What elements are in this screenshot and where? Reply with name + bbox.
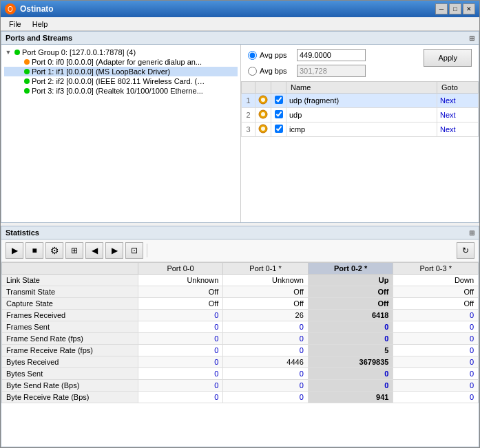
avg-bps-input[interactable]: [297, 65, 366, 77]
stat-value: 0: [138, 392, 223, 403]
stream-checkbox[interactable]: [275, 125, 283, 133]
stream-gear-icon: [255, 94, 271, 108]
stream-num: 1: [242, 94, 255, 108]
stat-col-port02[interactable]: Port 0-2 *: [308, 263, 393, 275]
ports-tree: ▼ Port Group 0: [127.0.0.1:7878] (4) Por…: [1, 45, 241, 222]
maximize-button[interactable]: □: [449, 3, 461, 14]
stat-col-port03[interactable]: Port 0-3 *: [393, 263, 479, 275]
stat-value: Off: [223, 298, 309, 310]
stat-value: Unknown: [223, 275, 309, 286]
stat-value: 0: [138, 333, 223, 345]
stat-value: 0: [393, 333, 479, 345]
prev-port-button[interactable]: ◀: [85, 242, 103, 259]
stat-label: Bytes Sent: [2, 368, 138, 380]
stat-label: Transmit State: [2, 286, 138, 298]
stop-button[interactable]: ■: [25, 242, 43, 259]
stream-goto[interactable]: Next: [437, 94, 479, 108]
stat-value: 26: [223, 310, 309, 321]
col-name: Name: [286, 82, 437, 94]
avg-pps-input[interactable]: [297, 49, 366, 61]
col-check: [271, 82, 286, 94]
status-dot-green: [14, 50, 20, 55]
stat-value: 0: [308, 333, 393, 345]
stat-value: 0: [223, 321, 309, 333]
settings-button[interactable]: ⚙: [45, 242, 63, 259]
stat-value: 0: [393, 321, 479, 333]
apply-button[interactable]: Apply: [424, 49, 472, 67]
avg-bps-radio[interactable]: [248, 67, 257, 76]
menu-bar: File Help: [1, 17, 479, 31]
stat-label: Byte Send Rate (Bps): [2, 380, 138, 392]
stat-col-port00[interactable]: Port 0-0: [138, 263, 223, 275]
stat-value: 0: [393, 380, 479, 392]
port-3-label: Port 3: if3 [0.0.0.0] (Realtek 10/100/10…: [32, 87, 203, 95]
stat-label: Frames Sent: [2, 321, 138, 333]
port-2-label: Port 2: if2 [0.0.0.0] (IEEE 802.11 Wirel…: [32, 77, 205, 85]
port-2-item[interactable]: Port 2: if2 [0.0.0.0] (IEEE 802.11 Wirel…: [4, 76, 238, 86]
stream-checkbox[interactable]: [275, 96, 283, 104]
close-button[interactable]: ✕: [463, 3, 475, 14]
streams-table: Name Goto 1 udp (fragment) Next 2: [241, 81, 479, 137]
stream-name: udp (fragment): [286, 94, 437, 108]
col-goto: Goto: [437, 82, 479, 94]
stream-checkbox-cell[interactable]: [271, 108, 286, 122]
stat-row: Bytes Received0444636798350: [2, 356, 479, 368]
stream-goto[interactable]: Next: [437, 108, 479, 122]
stat-value: 0: [393, 345, 479, 356]
stream-checkbox[interactable]: [275, 110, 283, 118]
stat-value: Off: [223, 286, 309, 298]
port-0-label: Port 0: if0 [0.0.0.0] (Adapter for gener…: [32, 58, 202, 66]
stat-row: Bytes Sent0000: [2, 368, 479, 380]
stats-table-container[interactable]: Port 0-0 Port 0-1 * Port 0-2 * Port 0-3 …: [1, 262, 479, 447]
streams-tbody: 1 udp (fragment) Next 2 udp Next 3: [242, 94, 479, 137]
stat-value: 5: [308, 345, 393, 356]
menu-help[interactable]: Help: [27, 19, 54, 30]
stream-name: icmp: [286, 122, 437, 137]
filter-button[interactable]: ⊡: [125, 242, 143, 259]
stat-value: 0: [393, 368, 479, 380]
stream-checkbox-cell[interactable]: [271, 122, 286, 137]
status-dot-green-3: [24, 88, 30, 94]
rate-apply-row: Avg pps Avg bps Apply: [241, 45, 479, 81]
capture-button[interactable]: ⊞: [65, 242, 83, 259]
window-controls: ─ □ ✕: [435, 3, 475, 14]
stats-toolbar: ▶ ■ ⚙ ⊞ ◀ ▶ ⊡ ↻: [1, 239, 479, 262]
stream-row[interactable]: 1 udp (fragment) Next: [242, 94, 479, 108]
port-group-item[interactable]: ▼ Port Group 0: [127.0.0.1:7878] (4): [4, 47, 238, 57]
port-group-0: ▼ Port Group 0: [127.0.0.1:7878] (4) Por…: [4, 47, 238, 96]
stats-tbody: Link StateUnknownUnknownUpDownTransmit S…: [2, 275, 479, 403]
avg-pps-radio[interactable]: [248, 51, 257, 60]
stat-value: Unknown: [138, 275, 223, 286]
stat-label: Bytes Received: [2, 356, 138, 368]
stream-goto[interactable]: Next: [437, 122, 479, 137]
stat-value: 0: [138, 310, 223, 321]
port-group-label: Port Group 0: [127.0.0.1:7878] (4): [22, 48, 136, 56]
stream-row[interactable]: 3 icmp Next: [242, 122, 479, 137]
stat-value: 0: [393, 392, 479, 403]
status-dot-green-2: [24, 78, 30, 84]
next-port-button[interactable]: ▶: [105, 242, 123, 259]
stat-value: Down: [393, 275, 479, 286]
stream-row[interactable]: 2 udp Next: [242, 108, 479, 122]
stat-row: Link StateUnknownUnknownUpDown: [2, 275, 479, 286]
stat-value: Off: [393, 286, 479, 298]
stream-checkbox-cell[interactable]: [271, 94, 286, 108]
stats-section: ▶ ■ ⚙ ⊞ ◀ ▶ ⊡ ↻ Port 0-0 Port 0-1 * Port…: [1, 239, 479, 447]
stat-col-port01[interactable]: Port 0-1 *: [223, 263, 309, 275]
stream-num: 3: [242, 122, 255, 137]
port-1-item[interactable]: Port 1: if1 [0.0.0.0] (MS LoopBack Drive…: [4, 67, 238, 76]
col-num: [242, 82, 255, 94]
app-icon: O: [5, 3, 16, 14]
minimize-button[interactable]: ─: [435, 3, 448, 14]
refresh-button[interactable]: ↻: [457, 242, 474, 259]
play-button[interactable]: ▶: [6, 242, 23, 259]
title-bar: O Ostinato ─ □ ✕: [1, 1, 479, 17]
port-3-item[interactable]: Port 3: if3 [0.0.0.0] (Realtek 10/100/10…: [4, 86, 238, 96]
port-0-item[interactable]: Port 0: if0 [0.0.0.0] (Adapter for gener…: [4, 57, 238, 67]
svg-point-7: [261, 127, 265, 131]
avg-pps-row: Avg pps: [248, 49, 366, 61]
stat-label: Frame Receive Rate (fps): [2, 345, 138, 356]
stat-row: Frame Receive Rate (fps)0050: [2, 345, 479, 356]
menu-file[interactable]: File: [3, 19, 27, 30]
stream-name: udp: [286, 108, 437, 122]
